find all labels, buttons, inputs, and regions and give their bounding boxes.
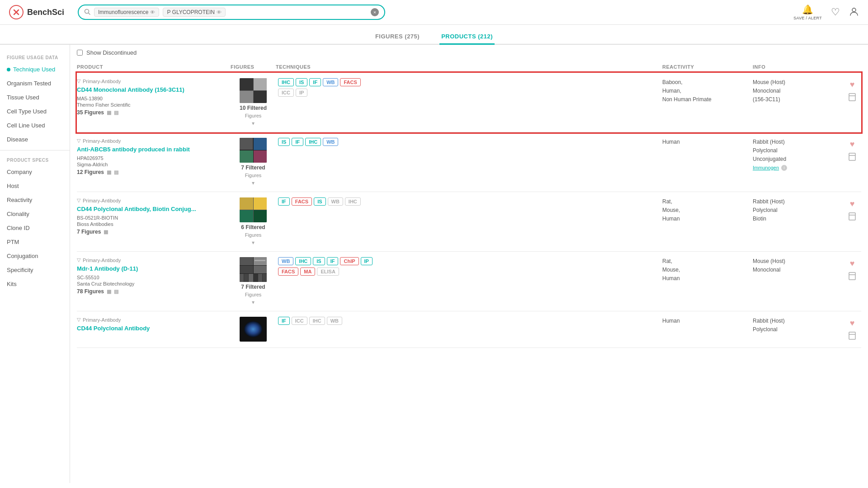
bookmark-button-3[interactable] xyxy=(849,212,856,223)
sidebar-item-company[interactable]: Company xyxy=(0,165,70,179)
sidebar-item-technique-used[interactable]: Technique Used xyxy=(0,62,70,76)
figures-col-2: 7 Filtered Figures ▾ xyxy=(231,138,276,186)
tag-ihc[interactable]: IHC xyxy=(278,78,294,86)
sidebar-item-clonality[interactable]: Clonality xyxy=(0,207,70,221)
sidebar-item-kits[interactable]: Kits xyxy=(0,277,70,291)
sidebar-item-ptm[interactable]: PTM xyxy=(0,235,70,249)
tag-if[interactable]: IF xyxy=(278,317,290,325)
favorite-button-1[interactable]: ♥ xyxy=(850,80,855,89)
col-header-product: PRODUCT xyxy=(77,64,231,70)
sidebar-item-cell-line-used[interactable]: Cell Line Used xyxy=(0,118,70,132)
expand-arrow-3[interactable]: ▾ xyxy=(252,239,255,246)
product-name-2[interactable]: Anti-ABCB5 antibody produced in rabbit xyxy=(77,145,226,154)
favorite-button-2[interactable]: ♥ xyxy=(850,140,855,149)
bookmark-button-4[interactable] xyxy=(849,272,856,282)
sidebar-item-cell-type-used[interactable]: Cell Type Used xyxy=(0,104,70,118)
eye-icon: 👁 xyxy=(150,9,155,15)
tag-ihc[interactable]: IHC xyxy=(345,197,361,206)
tag-if[interactable]: IF xyxy=(327,257,339,265)
thumbnail-5[interactable] xyxy=(240,317,267,342)
sidebar-item-disease[interactable]: Disease xyxy=(0,132,70,146)
tag-ihc[interactable]: IHC xyxy=(305,138,321,146)
tag-ip[interactable]: IP xyxy=(361,257,373,265)
tag-icc[interactable]: ICC xyxy=(278,89,294,97)
info-icon[interactable]: i xyxy=(781,165,787,171)
chart-icon[interactable]: ▤ xyxy=(114,289,118,295)
sidebar-item-host[interactable]: Host xyxy=(0,179,70,193)
favorite-button-4[interactable]: ♥ xyxy=(850,259,855,268)
product-type-label: Primary-Antibody xyxy=(83,258,121,263)
tag-icc[interactable]: ICC xyxy=(292,317,307,325)
col-header-actions xyxy=(843,64,861,70)
tag-wb[interactable]: WB xyxy=(323,138,338,146)
tag-ihc[interactable]: IHC xyxy=(295,257,311,265)
tag-wb[interactable]: WB xyxy=(328,197,343,206)
bookmark-button-2[interactable] xyxy=(849,153,856,163)
reactivity-col-1: Baboon, Human, Non Human Primate xyxy=(662,78,753,104)
tag-if[interactable]: IF xyxy=(278,197,290,206)
grid-icon[interactable]: ▦ xyxy=(104,229,108,235)
sidebar-item-clone-id[interactable]: Clone ID xyxy=(0,221,70,235)
sidebar-item-tissue-used[interactable]: Tissue Used xyxy=(0,90,70,104)
product-info-5: ▽ Primary-Antibody CD44 Polyclonal Antib… xyxy=(77,317,231,334)
tag-facs[interactable]: FACS xyxy=(340,78,360,86)
product-name-5[interactable]: CD44 Polyclonal Antibody xyxy=(77,324,226,333)
thumbnail-2[interactable] xyxy=(240,138,267,163)
tag-is[interactable]: IS xyxy=(314,197,326,206)
tag-if[interactable]: IF xyxy=(309,78,321,86)
tag-chip[interactable]: ChIP xyxy=(340,257,359,265)
thumbnail-3[interactable] xyxy=(240,197,267,222)
favorite-button-3[interactable]: ♥ xyxy=(850,199,855,209)
product-name-3[interactable]: CD44 Polyclonal Antibody, Biotin Conjug.… xyxy=(77,205,226,213)
expand-arrow-4[interactable]: ▾ xyxy=(252,299,255,305)
grid-icon[interactable]: ▦ xyxy=(107,169,111,175)
figures-col-5 xyxy=(231,317,276,342)
tab-products[interactable]: PRODUCTS (212) xyxy=(439,29,495,45)
tag-wb[interactable]: WB xyxy=(278,257,293,265)
tag-ma[interactable]: MA xyxy=(300,267,315,276)
search-input[interactable] xyxy=(229,9,367,16)
tag-wb[interactable]: WB xyxy=(323,78,338,86)
heart-icon[interactable]: ♡ xyxy=(831,6,840,18)
tag-facs[interactable]: FACS xyxy=(292,197,312,206)
favorite-button-5[interactable]: ♥ xyxy=(850,319,855,328)
thumbnail-1[interactable] xyxy=(240,78,267,103)
product-row: ▽ Primary-Antibody Mdr-1 Antibody (D-11)… xyxy=(77,252,861,311)
sidebar-item-organism-tested[interactable]: Organism Tested xyxy=(0,76,70,90)
sidebar-item-reactivity[interactable]: Reactivity xyxy=(0,193,70,207)
immunogen-link[interactable]: Immunogen xyxy=(753,164,779,172)
search-tag-pglycoprotein[interactable]: P GLYCOPROTEIN 👁 xyxy=(163,8,226,17)
chart-icon[interactable]: ▤ xyxy=(114,169,118,175)
thumbnail-4[interactable] xyxy=(240,257,267,282)
search-clear-button[interactable]: × xyxy=(371,8,379,16)
technique-tags-4a: WB IHC IS IF ChIP IP xyxy=(278,257,660,265)
tag-ip[interactable]: IP xyxy=(296,89,307,97)
tag-is[interactable]: IS xyxy=(296,78,307,86)
tag-is[interactable]: IS xyxy=(278,138,290,146)
bookmark-button-5[interactable] xyxy=(849,332,856,342)
tag-elisa[interactable]: ELISA xyxy=(317,267,339,276)
save-alert-button[interactable]: 🔔 SAVE / ALERT xyxy=(793,4,822,20)
expand-arrow-2[interactable]: ▾ xyxy=(252,180,255,186)
bookmark-button-1[interactable] xyxy=(849,93,856,103)
user-icon[interactable] xyxy=(849,6,859,19)
grid-icon[interactable]: ▦ xyxy=(107,289,111,295)
search-tag-immunofluorescence[interactable]: Immunofluorescence 👁 xyxy=(94,8,159,17)
tag-if[interactable]: IF xyxy=(292,138,303,146)
tag-ihc[interactable]: IHC xyxy=(309,317,325,325)
product-name-1[interactable]: CD44 Monoclonal Antibody (156-3C11) xyxy=(77,86,226,94)
chart-icon[interactable]: ▤ xyxy=(114,110,118,116)
product-name-4[interactable]: Mdr-1 Antibody (D-11) xyxy=(77,265,226,273)
tag-wb[interactable]: WB xyxy=(327,317,342,325)
show-discontinued-checkbox[interactable] xyxy=(77,50,83,56)
product-type-label: Primary-Antibody xyxy=(83,138,121,144)
grid-icon[interactable]: ▦ xyxy=(107,110,111,116)
technique-tags-1b: ICC IP xyxy=(278,89,660,97)
tab-figures[interactable]: FIGURES (275) xyxy=(373,29,421,45)
sidebar-item-conjugation[interactable]: Conjugation xyxy=(0,249,70,263)
tag-facs[interactable]: FACS xyxy=(278,267,298,276)
tag-is[interactable]: IS xyxy=(313,257,325,265)
sidebar-item-specificity[interactable]: Specificity xyxy=(0,263,70,277)
expand-arrow-1[interactable]: ▾ xyxy=(252,120,255,127)
techniques-col-2: IS IF IHC WB xyxy=(276,138,662,148)
